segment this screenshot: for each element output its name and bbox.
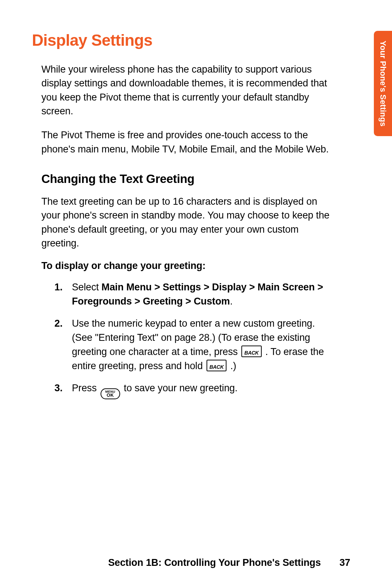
step-number: 1. <box>54 280 62 294</box>
manual-page: Your Phone's Settings Display Settings W… <box>0 0 392 588</box>
step-text: Select <box>72 282 102 293</box>
step-text: Press <box>72 383 99 393</box>
section-tab-label: Your Phone's Settings <box>378 41 388 127</box>
step-number: 2. <box>54 317 62 331</box>
intro-paragraph-1: While your wireless phone has the capabi… <box>41 62 336 118</box>
page-title: Display Settings <box>32 31 350 49</box>
step-text-tail: .) <box>228 360 236 371</box>
step-number: 3. <box>54 381 62 395</box>
step-text-tail: . <box>230 296 232 307</box>
section-paragraph: The text greeting can be up to 16 charac… <box>41 195 336 250</box>
step-2: 2. Use the numeric keypad to enter a new… <box>54 317 336 373</box>
section-tab: Your Phone's Settings <box>374 31 392 136</box>
section-heading: Changing the Text Greeting <box>41 172 336 186</box>
step-3: 3. Press MENUOK to save your new greetin… <box>54 381 336 399</box>
intro-paragraph-2: The Pivot Theme is free and provides one… <box>41 128 336 156</box>
body-content: While your wireless phone has the capabi… <box>32 62 350 399</box>
menu-ok-key-icon: MENUOK <box>101 388 120 399</box>
procedure-steps: 1. Select Main Menu > Settings > Display… <box>41 280 336 399</box>
page-number: 37 <box>339 557 350 568</box>
back-key-icon: BACK <box>241 346 261 357</box>
page-footer: Section 1B: Controlling Your Phone's Set… <box>0 557 392 568</box>
step-1: 1. Select Main Menu > Settings > Display… <box>54 280 336 309</box>
back-key-icon: BACK <box>207 360 226 371</box>
footer-section-label: Section 1B: Controlling Your Phone's Set… <box>108 557 321 568</box>
menu-path: Main Menu > Settings > Display > Main Sc… <box>72 282 323 307</box>
step-text-tail: to save your new greeting. <box>121 383 238 393</box>
procedure-heading: To display or change your greeting: <box>41 260 336 271</box>
